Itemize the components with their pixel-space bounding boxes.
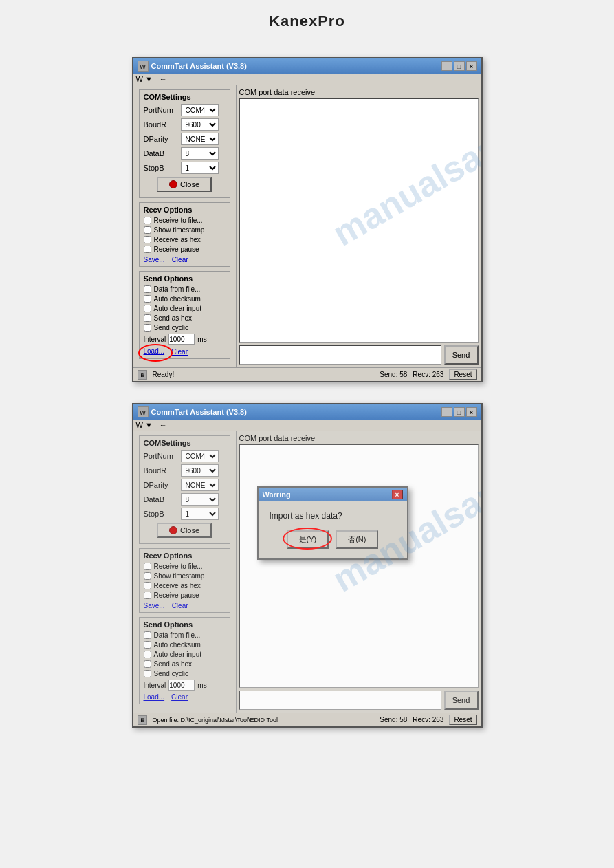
baudr-select[interactable]: 9600 [181, 118, 219, 131]
reset-btn-2[interactable]: Reset [449, 715, 476, 725]
send-as-hex-checkbox-2[interactable] [144, 660, 151, 668]
send-count-1: Send: 58 [380, 371, 407, 378]
stopb-select[interactable]: 1 [181, 162, 219, 174]
minimize-btn-2[interactable]: – [441, 407, 452, 417]
stopb-label-2: StopB [144, 510, 178, 518]
recv-file-checkbox[interactable] [144, 217, 151, 224]
close-window-btn[interactable]: × [466, 61, 477, 71]
data-from-file-checkbox[interactable] [144, 285, 151, 293]
auto-clear-input-checkbox[interactable] [144, 305, 151, 312]
menu-w-2[interactable]: W ▼ [136, 421, 153, 429]
status-text-2: Open file: D:\IC_original\Mstar\Tool\EDI… [153, 717, 375, 724]
receive-hex-checkbox-2[interactable] [144, 582, 151, 589]
send-input-2[interactable] [239, 691, 441, 710]
maximize-btn-2[interactable]: □ [454, 407, 465, 417]
interval-label: Interval [144, 336, 166, 343]
send-as-hex-row: Send as hex [144, 314, 226, 322]
clear-recv-btn-2[interactable]: Clear [172, 602, 188, 609]
reset-btn-1[interactable]: Reset [449, 369, 476, 380]
dialog-body: Import as hex data? 是(Y) 否(N) [259, 501, 407, 558]
clear-recv-btn[interactable]: Clear [172, 256, 188, 263]
receive-hex-checkbox[interactable] [144, 236, 151, 243]
close-port-btn[interactable]: Close [157, 177, 212, 192]
datab-label: DataB [144, 149, 178, 158]
screenshot-2-window: manualsarchive.com W CommTart Assistant … [132, 403, 483, 728]
stopb-select-2[interactable]: 1 [181, 508, 219, 520]
save-btn-2[interactable]: Save... [144, 602, 165, 609]
send-cyclic-checkbox[interactable] [144, 324, 151, 332]
stopb-row: StopB 1 [144, 162, 226, 174]
status-text-1: Ready! [153, 371, 375, 378]
interval-input-2[interactable] [168, 680, 195, 691]
minimize-btn[interactable]: – [441, 61, 452, 71]
dparity-select-2[interactable]: NONE [181, 479, 219, 491]
dialog-close-btn[interactable]: × [392, 490, 403, 499]
auto-clear-input-row: Auto clear input [144, 305, 226, 312]
auto-checksum-checkbox[interactable] [144, 295, 151, 303]
send-as-hex-checkbox[interactable] [144, 314, 151, 322]
interval-input[interactable] [168, 334, 195, 345]
send-btn-1[interactable]: Send [444, 345, 479, 365]
clear-send-btn[interactable]: Clear [171, 348, 188, 356]
save-clear-row-2: Save... Clear [144, 602, 226, 609]
show-timestamp-checkbox[interactable] [144, 226, 151, 234]
clear-send-btn-2[interactable]: Clear [171, 693, 188, 701]
load-btn[interactable]: Load... [144, 347, 165, 355]
auto-clear-input-label: Auto clear input [154, 305, 202, 312]
close-port-btn-2[interactable]: Close [157, 523, 212, 538]
brand-logo: KanexPro [0, 12, 614, 30]
baudr-row-2: BoudR 9600 [144, 464, 226, 477]
menu-w[interactable]: W ▼ [136, 75, 153, 83]
datab-select[interactable]: 8 [181, 147, 219, 160]
auto-clear-input-checkbox-2[interactable] [144, 651, 151, 658]
titlebar-controls[interactable]: – □ × [441, 61, 477, 71]
dialog-message: Import as hex data? [270, 511, 396, 521]
dialog-no-btn[interactable]: 否(N) [336, 530, 378, 549]
data-from-file-checkbox-2[interactable] [144, 631, 151, 639]
dparity-select[interactable]: NONE [181, 133, 219, 145]
send-input-1[interactable] [239, 345, 441, 365]
datab-select-2[interactable]: 8 [181, 493, 219, 506]
auto-checksum-row: Auto checksum [144, 295, 226, 303]
portnum-select[interactable]: COM4 [181, 104, 219, 116]
maximize-btn[interactable]: □ [454, 61, 465, 71]
status-icon-1: 🖥 [138, 370, 147, 380]
menubar-2: W ▼ ← [133, 420, 481, 431]
receive-pause-row-2: Receive pause [144, 592, 226, 599]
send-as-hex-row-2: Send as hex [144, 660, 226, 668]
portnum-label: PortNum [144, 106, 178, 114]
save-btn[interactable]: Save... [144, 256, 165, 263]
data-receive-area-1[interactable] [239, 98, 479, 343]
screenshot-2-container: manualsarchive.com W CommTart Assistant … [132, 403, 483, 728]
recv-file-checkbox-2[interactable] [144, 563, 151, 570]
receive-pause-checkbox[interactable] [144, 246, 151, 253]
menu-back[interactable]: ← [160, 75, 167, 83]
show-timestamp-checkbox-2[interactable] [144, 572, 151, 580]
send-cyclic-label: Send cyclic [154, 324, 189, 332]
titlebar-controls-2[interactable]: – □ × [441, 407, 477, 417]
dialog-yes-btn[interactable]: 是(Y) [287, 530, 329, 549]
right-panel-1: COM port data receive Send [237, 85, 481, 367]
baudr-select-2[interactable]: 9600 [181, 464, 219, 477]
portnum-select-2[interactable]: COM4 [181, 450, 219, 462]
receive-pause-checkbox-2[interactable] [144, 592, 151, 599]
data-receive-area-2[interactable] [239, 444, 479, 688]
interval-unit: ms [197, 336, 206, 343]
status-counts-1: Send: 58 Recv: 263 [380, 371, 443, 378]
load-btn-2[interactable]: Load... [144, 693, 165, 701]
auto-checksum-checkbox-2[interactable] [144, 641, 151, 649]
send-as-hex-label-2: Send as hex [154, 660, 193, 668]
window-title-2: CommTart Assistant (V3.8) [151, 408, 247, 416]
send-cyclic-checkbox-2[interactable] [144, 670, 151, 677]
recv-file-label-2: Receive to file... [154, 563, 203, 570]
interval-unit-2: ms [197, 682, 206, 689]
menu-back-2[interactable]: ← [160, 421, 167, 429]
send-area-1: Send [239, 345, 479, 365]
comsettings-label-2: COMSettings [144, 439, 226, 447]
send-btn-2[interactable]: Send [444, 691, 479, 710]
recv-count-2: Recv: 263 [413, 716, 443, 724]
close-window-btn-2[interactable]: × [466, 407, 477, 417]
window-icon: W [138, 61, 149, 72]
recv-options-label: Recv Options [144, 206, 226, 214]
datab-label-2: DataB [144, 495, 178, 503]
